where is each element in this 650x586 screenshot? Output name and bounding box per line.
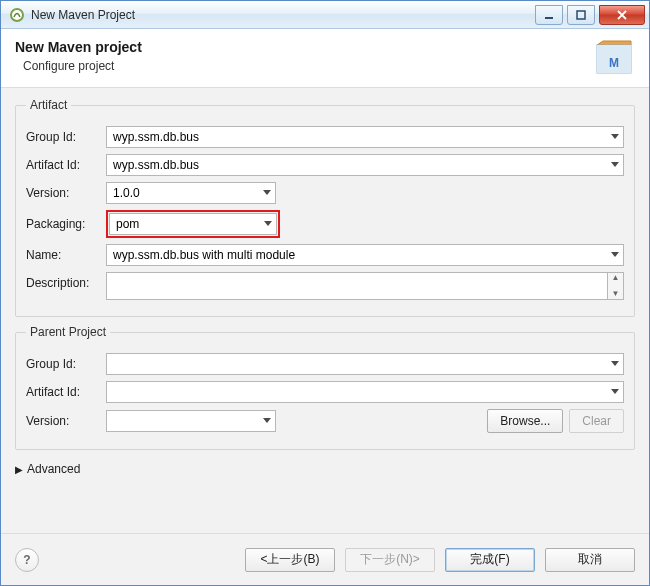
name-field[interactable]: [106, 244, 624, 266]
parent-group-id-field[interactable]: [106, 353, 624, 375]
parent-legend: Parent Project: [26, 325, 110, 339]
description-textarea[interactable]: [106, 272, 608, 300]
maximize-icon: [576, 10, 586, 20]
page-subtitle: Configure project: [23, 59, 142, 73]
parent-artifact-id-input[interactable]: [107, 382, 623, 402]
label-parent-version: Version:: [26, 414, 98, 428]
cancel-button[interactable]: 取消: [545, 548, 635, 572]
parent-version-input[interactable]: [107, 411, 275, 431]
titlebar[interactable]: New Maven Project: [1, 1, 649, 29]
maven-icon: M: [593, 39, 635, 77]
name-input[interactable]: [107, 245, 623, 265]
group-id-field[interactable]: [106, 126, 624, 148]
artifact-group: Artifact Group Id: Artifact Id: Version:: [15, 98, 635, 317]
label-group-id: Group Id:: [26, 130, 98, 144]
parent-group: Parent Project Group Id: Artifact Id: Ve…: [15, 325, 635, 450]
packaging-combo[interactable]: [109, 213, 277, 235]
artifact-legend: Artifact: [26, 98, 71, 112]
parent-version-combo[interactable]: [106, 410, 276, 432]
window-title: New Maven Project: [31, 8, 531, 22]
scroll-up-icon: ▲: [612, 273, 620, 283]
advanced-label: Advanced: [27, 462, 80, 476]
dialog-header: New Maven project Configure project M: [1, 29, 649, 87]
label-parent-artifact-id: Artifact Id:: [26, 385, 98, 399]
button-bar: ? <上一步(B) 下一步(N)> 完成(F) 取消: [1, 533, 649, 585]
finish-button[interactable]: 完成(F): [445, 548, 535, 572]
close-button[interactable]: [599, 5, 645, 25]
svg-rect-2: [577, 11, 585, 19]
label-artifact-id: Artifact Id:: [26, 158, 98, 172]
svg-point-0: [11, 9, 23, 21]
maximize-button[interactable]: [567, 5, 595, 25]
scroll-down-icon: ▼: [612, 289, 620, 299]
expand-triangle-icon: ▶: [15, 464, 23, 475]
group-id-input[interactable]: [107, 127, 623, 147]
version-combo[interactable]: [106, 182, 276, 204]
help-icon: ?: [23, 553, 30, 567]
help-button[interactable]: ?: [15, 548, 39, 572]
parent-group-id-input[interactable]: [107, 354, 623, 374]
dialog-body: Artifact Group Id: Artifact Id: Version:: [1, 88, 649, 533]
svg-rect-1: [545, 17, 553, 19]
artifact-id-field[interactable]: [106, 154, 624, 176]
advanced-toggle[interactable]: ▶ Advanced: [15, 462, 635, 476]
close-icon: [616, 10, 628, 20]
packaging-input[interactable]: [110, 214, 276, 234]
dialog-window: New Maven Project New Maven project Conf…: [0, 0, 650, 586]
browse-button[interactable]: Browse...: [487, 409, 563, 433]
clear-button[interactable]: Clear: [569, 409, 624, 433]
page-title: New Maven project: [15, 39, 142, 55]
svg-text:M: M: [609, 56, 619, 70]
parent-artifact-id-field[interactable]: [106, 381, 624, 403]
label-version: Version:: [26, 186, 98, 200]
minimize-button[interactable]: [535, 5, 563, 25]
packaging-highlight: [106, 210, 280, 238]
label-parent-group-id: Group Id:: [26, 357, 98, 371]
app-icon: [9, 7, 25, 23]
description-scrollbar[interactable]: ▲ ▼: [608, 272, 624, 300]
next-button[interactable]: 下一步(N)>: [345, 548, 435, 572]
label-description: Description:: [26, 272, 98, 290]
label-packaging: Packaging:: [26, 217, 98, 231]
artifact-id-input[interactable]: [107, 155, 623, 175]
label-name: Name:: [26, 248, 98, 262]
version-input[interactable]: [107, 183, 275, 203]
back-button[interactable]: <上一步(B): [245, 548, 335, 572]
minimize-icon: [544, 10, 554, 20]
